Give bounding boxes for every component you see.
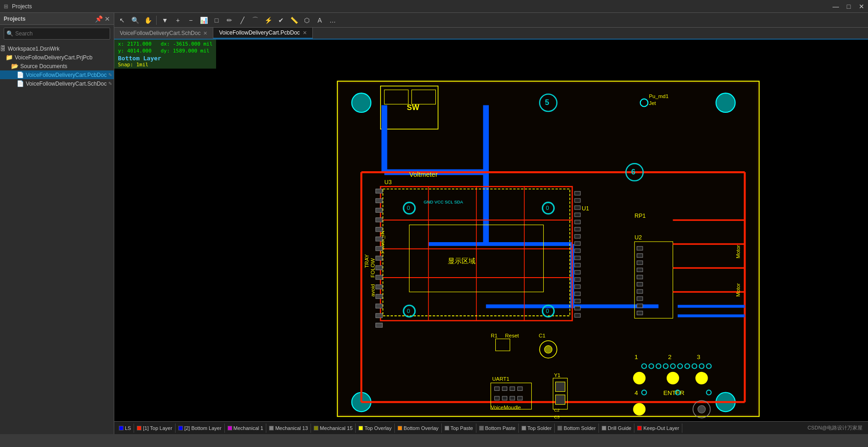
svg-text:VoiceMoudle: VoiceMoudle: [491, 405, 521, 410]
tab-schdoc-close[interactable]: ✕: [203, 30, 207, 36]
svg-rect-76: [637, 290, 642, 293]
status-bottom-overlay[interactable]: Bottom Overlay: [395, 424, 442, 433]
pcbdoc-icon: 📄: [17, 71, 24, 78]
status-keep-out-color: [637, 426, 642, 430]
toolbar-btn-1[interactable]: ↖: [116, 14, 128, 26]
panel-controls: 📌 ✕: [95, 15, 110, 23]
file-tree: 🗄 Workspace1.DsnWrk 📁 VoiceFollowDeliver…: [0, 42, 114, 434]
svg-rect-131: [376, 208, 383, 212]
title-bar: ⊞ Projects — □ ✕: [0, 0, 868, 13]
svg-rect-64: [575, 306, 580, 310]
svg-rect-54: [575, 234, 580, 238]
toolbar-minus-icon[interactable]: −: [185, 14, 197, 26]
search-input[interactable]: [4, 28, 110, 40]
toolbar-btn-3[interactable]: ✋: [142, 14, 154, 26]
status-mech15[interactable]: Mechanical 15: [311, 424, 356, 433]
tab-schdoc[interactable]: VoiceFollowDeliveryCart.SchDoc ✕: [114, 28, 213, 39]
toolbar-drc-icon[interactable]: ✔: [275, 14, 287, 26]
toolbar-filter-icon[interactable]: ▼: [159, 14, 171, 26]
pcb-board-svg[interactable]: SW: [229, 76, 868, 421]
pcbdoc-label: VoiceFollowDeliveryCart.PcbDoc: [26, 72, 106, 78]
status-drill-guide[interactable]: Drill Guide: [599, 424, 634, 433]
tree-item-pcbdoc[interactable]: 📄 VoiceFollowDeliveryCart.PcbDoc ✎: [0, 70, 114, 79]
status-bottom-solder-color: [557, 426, 562, 430]
status-bar: LS [1] Top Layer [2] Bottom Layer Mechan…: [114, 421, 868, 434]
svg-text:3: 3: [697, 354, 700, 360]
toolbar-3d-icon[interactable]: ⬡: [301, 14, 313, 26]
status-top-overlay-color: [358, 426, 363, 430]
toolbar-measure-icon[interactable]: 📏: [288, 14, 300, 26]
svg-rect-134: [376, 237, 383, 241]
tree-item-project[interactable]: 📁 VoiceFollowDeliveryCart.PrjPcb: [0, 53, 114, 62]
toolbar-pencil-icon[interactable]: ✏: [223, 14, 235, 26]
tree-item-source[interactable]: 📂 Source Documents: [0, 62, 114, 70]
status-bottom-layer[interactable]: [2] Bottom Layer: [176, 424, 225, 433]
svg-rect-60: [575, 278, 580, 281]
panel-pin-icon[interactable]: 📌: [95, 15, 103, 23]
status-top-paste[interactable]: Top Paste: [442, 424, 476, 433]
toolbar-probe-icon[interactable]: ⚡: [262, 14, 274, 26]
tab-pcbdoc-close[interactable]: ✕: [303, 30, 307, 36]
toolbar-btn-2[interactable]: 🔍: [129, 14, 141, 26]
status-bottom-paste[interactable]: Bottom Paste: [476, 424, 519, 433]
status-bottom-solder[interactable]: Bottom Solder: [555, 424, 599, 433]
svg-rect-59: [575, 270, 580, 274]
status-mech13-color: [269, 426, 274, 430]
svg-rect-132: [376, 218, 383, 222]
status-top-layer[interactable]: [1] Top Layer: [134, 424, 175, 433]
toolbar-line-icon[interactable]: ╱: [236, 14, 248, 26]
maximize-button[interactable]: □: [842, 0, 855, 13]
panel-close-icon[interactable]: ✕: [105, 15, 110, 23]
status-mech15-label: Mechanical 15: [320, 425, 352, 431]
svg-rect-133: [376, 227, 383, 232]
tab-pcbdoc-label: VoiceFollowDeliveryCart.PcbDoc: [219, 29, 299, 36]
status-top-solder[interactable]: Top Solder: [519, 424, 555, 433]
layer-indicator: Bottom Layer: [118, 55, 212, 62]
status-top-paste-color: [445, 426, 449, 430]
minimize-button[interactable]: —: [829, 0, 842, 13]
tab-schdoc-label: VoiceFollowDeliveryCart.SchDoc: [120, 30, 200, 36]
toolbar-chart-icon[interactable]: 📊: [198, 14, 210, 26]
status-mech1-color: [228, 426, 232, 430]
status-mech13-label: Mechanical 13: [275, 425, 308, 431]
toolbar-more-icon[interactable]: …: [327, 14, 339, 26]
svg-rect-137: [376, 266, 383, 270]
pcb-area[interactable]: x: 2171.000 dx: -3615.000 mil y: 4014.00…: [114, 40, 868, 421]
status-ls[interactable]: LS: [116, 424, 134, 433]
status-top-overlay-label: Top Overlay: [364, 425, 392, 431]
svg-text:0: 0: [546, 308, 549, 314]
status-top-layer-label: [1] Top Layer: [143, 425, 172, 431]
tab-pcbdoc[interactable]: VoiceFollowDeliveryCart.PcbDoc ✕: [213, 28, 312, 39]
svg-rect-48: [575, 192, 580, 195]
svg-rect-53: [575, 227, 580, 231]
svg-rect-143: [376, 323, 383, 327]
status-mech1[interactable]: Mechanical 1: [225, 424, 267, 433]
close-button[interactable]: ✕: [855, 0, 868, 13]
svg-rect-52: [575, 220, 580, 224]
toolbar-text-icon[interactable]: A: [314, 14, 326, 26]
svg-text:RP1: RP1: [634, 213, 645, 219]
workspace-icon: 🗄: [0, 45, 6, 52]
panel-header: Projects 📌 ✕: [0, 13, 114, 25]
status-top-overlay[interactable]: Top Overlay: [356, 424, 395, 433]
svg-rect-51: [575, 213, 580, 216]
svg-text:R1: R1: [491, 333, 498, 338]
svg-text:avoid: avoid: [370, 284, 375, 296]
tree-item-schdoc[interactable]: 📄 VoiceFollowDeliveryCart.SchDoc ✎: [0, 79, 114, 88]
svg-rect-130: [376, 198, 383, 203]
tree-item-workspace[interactable]: 🗄 Workspace1.DsnWrk: [0, 44, 114, 53]
svg-rect-63: [575, 299, 580, 303]
svg-text:6: 6: [631, 168, 635, 176]
toolbar-add-icon[interactable]: +: [172, 14, 184, 26]
status-bottom-paste-color: [479, 426, 484, 430]
panel-title: Projects: [4, 16, 25, 22]
status-bottom-layer-color: [178, 426, 183, 430]
svg-text:TRAY: TRAY: [364, 254, 369, 268]
toolbar-rect-icon[interactable]: □: [211, 14, 223, 26]
status-mech13[interactable]: Mechanical 13: [266, 424, 311, 433]
status-keep-out[interactable]: Keep-Out Layer: [634, 424, 682, 433]
svg-rect-100: [494, 396, 499, 400]
svg-point-116: [696, 372, 707, 384]
svg-rect-71: [637, 254, 642, 257]
toolbar-arc-icon[interactable]: ⌒: [249, 14, 261, 26]
